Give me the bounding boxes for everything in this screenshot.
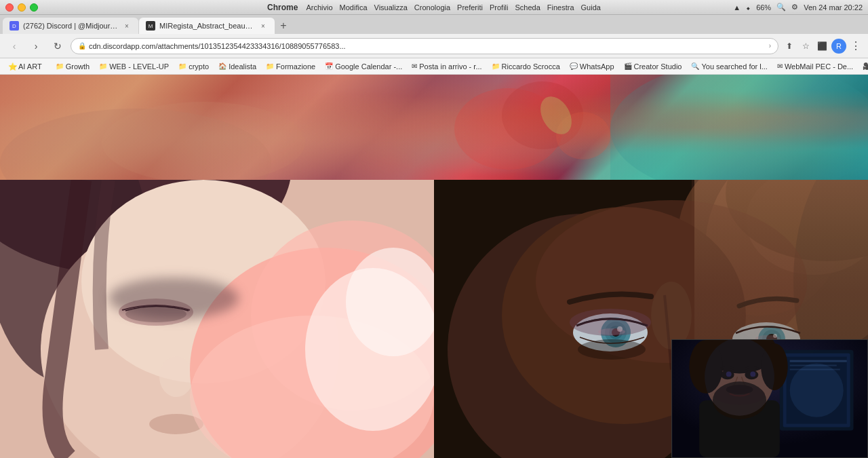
- search-icon[interactable]: 🔍: [776, 3, 786, 12]
- bookmark-riccardo[interactable]: 📁 Riccardo Scrocca: [488, 61, 564, 72]
- tab-discord[interactable]: D (2762) Discord | @Midjourney... ×: [3, 18, 138, 34]
- top-image-svg: [0, 75, 868, 180]
- menu-finestra[interactable]: Finestra: [547, 3, 574, 12]
- three-dots-menu[interactable]: ⋮: [849, 39, 863, 53]
- bookmark-webmail-pec[interactable]: ✉ WebMail PEC - De...: [773, 61, 857, 72]
- extensions-icon[interactable]: ⬛: [815, 39, 829, 53]
- idealista-icon: 🏠: [218, 62, 226, 70]
- nav-share-icon[interactable]: ⬆: [783, 39, 796, 53]
- ssl-lock-icon: 🔒: [78, 42, 86, 50]
- main-content-area: [0, 75, 868, 458]
- svg-point-3: [502, 81, 583, 149]
- face-right-render: [434, 180, 868, 458]
- discord-favicon: D: [9, 21, 19, 31]
- new-tab-button[interactable]: +: [275, 18, 292, 34]
- bookmark-crypto-label: crypto: [189, 62, 209, 71]
- svg-rect-5: [610, 75, 868, 180]
- bookmark-posta[interactable]: ✉ Posta in arrivo - r...: [408, 61, 486, 72]
- bookmark-google-calendar-label: Google Calendar -...: [335, 62, 402, 71]
- menu-visualizza[interactable]: Visualizza: [374, 3, 408, 12]
- bookmark-whatsapp[interactable]: 💬 WhatsApp: [566, 61, 618, 72]
- webcam-video: [672, 340, 867, 457]
- bookmark-converti-video[interactable]: 🎥 Converti i video di...: [859, 61, 868, 72]
- profile-icon[interactable]: R: [831, 39, 846, 54]
- titlebar-system-icons: ▲ ⬥ 66% 🔍 ⚙ Ven 24 mar 20:22: [733, 3, 863, 12]
- menu-preferiti[interactable]: Preferiti: [457, 3, 483, 12]
- creator-studio-icon: 🎬: [624, 62, 632, 70]
- menu-cronologia[interactable]: Cronologia: [414, 3, 450, 12]
- tab-midjourney-close[interactable]: ×: [258, 21, 268, 31]
- bookmark-google-calendar[interactable]: 📅 Google Calendar -...: [321, 61, 406, 72]
- nav-bookmark-icon[interactable]: ☆: [799, 39, 812, 53]
- bookmark-creator-studio[interactable]: 🎬 Creator Studio: [620, 61, 686, 72]
- svg-point-54: [790, 364, 844, 417]
- menu-scheda[interactable]: Scheda: [515, 3, 540, 12]
- svg-point-26: [746, 180, 868, 275]
- nav-toolbar-icons: ⬆ ☆ ⬛ R ⋮: [783, 39, 863, 54]
- address-chevron-icon: ›: [769, 42, 771, 50]
- converti-video-icon: 🎥: [863, 62, 868, 70]
- refresh-button[interactable]: ↻: [49, 37, 66, 55]
- minimize-button[interactable]: [18, 3, 26, 12]
- bookmark-you-searched[interactable]: 🔍 You searched for l...: [687, 61, 771, 72]
- bookmark-formazione[interactable]: 📁 Formazione: [262, 61, 319, 72]
- bookmark-creator-studio-label: Creator Studio: [634, 62, 682, 71]
- svg-point-1: [102, 102, 305, 180]
- svg-point-6: [610, 75, 868, 180]
- svg-rect-55: [790, 360, 847, 362]
- svg-point-47: [598, 328, 625, 335]
- svg-point-25: [678, 180, 841, 316]
- image-grid: [0, 75, 868, 458]
- close-button[interactable]: [5, 3, 14, 12]
- menu-guida[interactable]: Guida: [581, 3, 601, 12]
- bookmark-ai-art-label: AI ART: [18, 62, 42, 71]
- svg-rect-57: [790, 369, 840, 370]
- crypto-folder-icon: 📁: [178, 62, 186, 70]
- url-text: cdn.discordapp.com/attachments/101351235…: [89, 42, 766, 50]
- riccardo-folder-icon: 📁: [492, 62, 500, 70]
- svg-point-27: [726, 180, 868, 261]
- you-searched-icon: 🔍: [691, 62, 699, 70]
- svg-point-45: [578, 339, 646, 360]
- svg-point-2: [454, 88, 563, 170]
- menu-modifica[interactable]: Modifica: [340, 3, 368, 12]
- navigation-bar: ‹ › ↻ 🔒 cdn.discordapp.com/attachments/1…: [0, 34, 868, 58]
- svg-point-15: [159, 356, 193, 397]
- svg-point-43: [773, 334, 777, 338]
- bookmark-ai-art[interactable]: ⭐ AI ART: [4, 61, 46, 72]
- maximize-button[interactable]: [30, 3, 38, 12]
- menu-profili[interactable]: Profili: [490, 3, 509, 12]
- tab-discord-close[interactable]: ×: [122, 21, 132, 31]
- bluetooth-icon: ⬥: [746, 3, 751, 12]
- face-left-svg: [0, 180, 434, 458]
- datetime-display: Ven 24 mar 20:22: [804, 3, 863, 12]
- face-left-render: [0, 180, 434, 458]
- bookmark-riccardo-label: Riccardo Scrocca: [502, 62, 560, 71]
- bookmark-growth-label: Growth: [66, 62, 90, 71]
- macos-titlebar: Chrome Archivio Modifica Visualizza Cron…: [0, 0, 868, 15]
- svg-point-24: [705, 180, 868, 356]
- menu-archivio[interactable]: Archivio: [306, 3, 332, 12]
- bookmark-crypto[interactable]: 📁 crypto: [174, 61, 213, 72]
- svg-point-71: [705, 340, 774, 416]
- webmail-pec-icon: ✉: [777, 62, 783, 70]
- growth-folder-icon: 📁: [56, 62, 64, 70]
- bookmark-growth[interactable]: 📁 Growth: [52, 61, 94, 72]
- tab-midjourney[interactable]: M MIRegista_Abstract_beauty_... ×: [139, 18, 275, 34]
- bookmark-idealista[interactable]: 🏠 Idealista: [214, 61, 260, 72]
- midjourney-favicon: M: [146, 21, 155, 31]
- formazione-folder-icon: 📁: [266, 62, 274, 70]
- menu-chrome[interactable]: Chrome: [267, 3, 298, 12]
- posta-icon: ✉: [412, 62, 417, 70]
- whatsapp-icon: 💬: [570, 62, 578, 70]
- wifi-icon: ▲: [733, 3, 741, 12]
- webcam-overlay: [671, 339, 868, 458]
- address-bar[interactable]: 🔒 cdn.discordapp.com/attachments/1013512…: [71, 38, 778, 54]
- svg-point-4: [556, 112, 610, 159]
- bookmark-web-level-up[interactable]: 📁 WEB - LEVEL-UP: [95, 61, 173, 72]
- control-center-icon[interactable]: ⚙: [791, 3, 798, 12]
- forward-button[interactable]: ›: [27, 37, 45, 55]
- svg-point-0: [0, 109, 271, 180]
- back-button[interactable]: ‹: [5, 37, 23, 55]
- bookmark-formazione-label: Formazione: [276, 62, 315, 71]
